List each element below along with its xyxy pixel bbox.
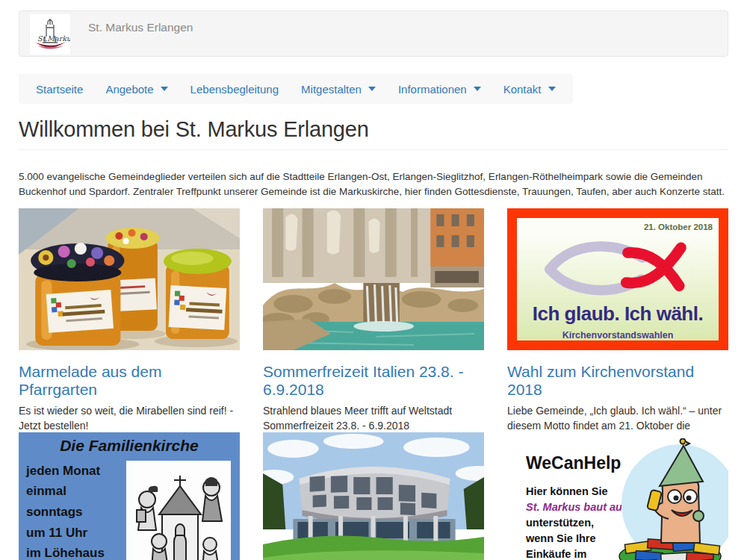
trevi-fountain-art [263,208,484,350]
nav-label: Kontakt [503,83,542,96]
nav-item-mitgestalten[interactable]: Mitgestalten [290,83,387,96]
kv-poster-subtitle: Kirchenvorstandswahlen [562,330,674,340]
round-building-art [263,432,484,560]
main-navbar: Startseite Angebote Lebensbegleitung Mit… [19,74,573,104]
intro-paragraph: 5.000 evangelische Gemeindeglieder verte… [19,169,728,199]
church-tower-cartoon [616,438,728,560]
kv-poster-date: 21. Oktober 2018 [644,223,713,231]
familienkirche-title: Die Familienkirche [26,437,232,455]
jam-jar-left [31,243,124,346]
article-title[interactable]: Sommerfreizeit Italien 23.8. - 6.9.2018 [263,363,484,399]
jam-jar-right [164,249,232,339]
nav-label: Lebensbegleitung [190,83,279,96]
article-grid: Marmelade aus dem Pfarrgarten Es ist wie… [19,208,728,560]
nav-item-informationen[interactable]: Informationen [387,83,492,96]
chevron-down-icon [161,87,168,91]
jam-jars-photo[interactable] [19,208,240,350]
article-card-familienkirche: Die Familienkirche jeden Monat einmal so… [19,432,240,560]
article-card-loehehaus [263,432,484,560]
article-card-marmelade: Marmelade aus dem Pfarrgarten Es ist wie… [19,208,240,432]
nav-label: Angebote [105,83,153,96]
ichthys-fish-icon [517,234,719,301]
chevron-down-icon [548,87,556,91]
church-logo-icon: St.Markus [30,14,70,55]
article-teaser: Es ist wieder so weit, die Mirabellen si… [19,404,240,433]
kv-poster-slogan: Ich glaub. Ich wähl. [533,302,703,326]
nav-item-kontakt[interactable]: Kontakt [492,83,567,96]
family-church-cartoon [126,461,231,560]
nav-item-angebote[interactable]: Angebote [94,83,179,96]
article-title[interactable]: Wahl zum Kirchenvorstand 2018 [507,363,728,399]
article-card-sommerfreizeit: Sommerfreizeit Italien 23.8. - 6.9.2018 … [263,208,484,432]
nav-item-lebensbegleitung[interactable]: Lebensbegleitung [179,83,290,96]
site-header: St.Markus St. Markus Erlangen [19,10,728,57]
nav-label: Startseite [36,83,83,96]
chevron-down-icon [474,87,481,91]
chevron-down-icon [368,87,376,91]
familienkirche-poster[interactable]: Die Familienkirche jeden Monat einmal so… [19,432,240,560]
logo-text: St.Markus [37,34,70,43]
st-markus-logo[interactable]: St.Markus [30,14,70,55]
round-building-photo[interactable] [263,432,484,560]
nav-label: Mitgestalten [301,83,362,96]
site-title[interactable]: St. Markus Erlangen [88,21,193,34]
kirchenvorstandswahl-poster[interactable]: 21. Oktober 2018 Ich glaub. Ich wähl. Ki… [507,208,728,350]
article-card-wecanhelp: WeCanHelp Hier können Sie St. Markus bau… [507,432,728,560]
nav-label: Informationen [398,83,467,96]
page-container: St.Markus St. Markus Erlangen Startseite… [0,10,747,560]
jam-jars-art [19,208,240,350]
trevi-fountain-photo[interactable] [263,208,484,350]
page-title: Willkommen bei St. Markus Erlangen [19,117,728,150]
wecanhelp-card[interactable]: WeCanHelp Hier können Sie St. Markus bau… [507,432,728,560]
nav-item-startseite[interactable]: Startseite [25,83,94,96]
article-teaser: Strahlend blaues Meer trifft auf Weltsta… [263,404,484,433]
article-title[interactable]: Marmelade aus dem Pfarrgarten [19,363,240,399]
article-card-kv-wahl: 21. Oktober 2018 Ich glaub. Ich wähl. Ki… [507,208,728,432]
